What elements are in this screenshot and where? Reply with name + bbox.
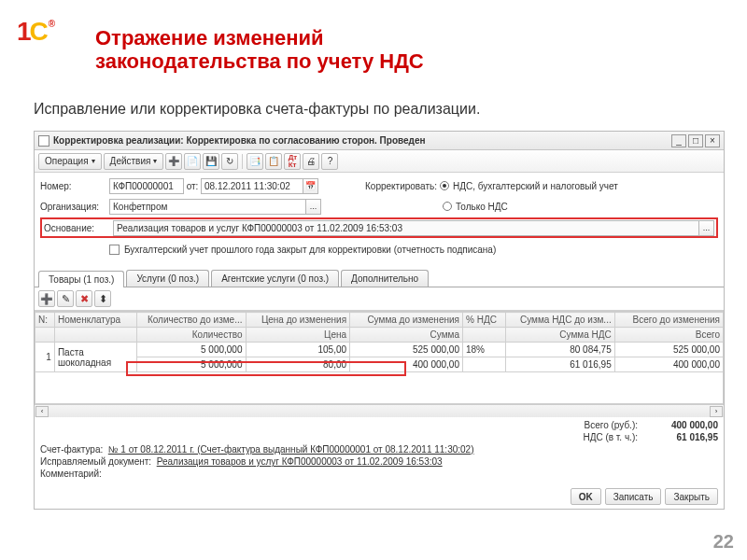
grid-toolbar: ➕ ✎ ✖ ⬍ [35,287,724,311]
save-icon[interactable]: 💾 [203,153,219,170]
col-price-before[interactable]: Цена до изменения [246,313,350,328]
col-qty-before[interactable]: Количество до изме... [137,313,246,328]
goods-grid: N: Номенклатура Количество до изме... Це… [35,311,724,417]
tabs: Товары (1 поз.) Услуги (0 поз.) Агентски… [35,270,724,287]
label-org: Организация: [40,202,109,212]
label-comment: Комментарий: [40,469,102,479]
label-correct: Корректировать: [365,181,440,191]
scroll-left-icon[interactable]: ‹ [35,406,49,417]
maximize-button[interactable]: □ [688,134,703,147]
operation-menu[interactable]: Операция▾ [38,153,102,170]
minimize-button[interactable]: _ [671,134,686,147]
col-vatsum-before[interactable]: Сумма НДС до изм... [506,313,614,328]
cell-sum-b[interactable]: 525 000,00 [350,343,463,357]
bottom-buttons: OK Записать Закрыть [571,488,718,505]
label-from: от: [184,181,201,191]
page-title-line1: Отражение изменений [95,26,424,49]
radio-full-correction[interactable]: НДС, бухгалтерский и налоговый учет [440,181,618,191]
tab-additional[interactable]: Дополнительно [341,270,429,287]
print-icon[interactable]: 🖨 [303,153,319,170]
cell-nomen[interactable]: Паста шоколадная [54,343,136,372]
link-corrected-doc[interactable]: Реализация товаров и услуг КФП00000003 о… [157,456,443,467]
cell-price-b[interactable]: 105,00 [246,343,350,357]
number-field[interactable]: КФП00000001 [109,178,184,194]
label-total: Всего (руб.): [584,420,638,430]
titlebar: Корректировка реализации: Корректировка … [35,132,724,150]
scroll-right-icon[interactable]: › [710,406,723,417]
closed-year-label: Бухгалтерский учет прошлого года закрыт … [124,245,496,255]
col-vatsum[interactable]: Сумма НДС [506,328,614,343]
dtkt-icon[interactable]: ДтКт [284,153,301,170]
refresh-icon[interactable]: ↻ [221,153,238,170]
cell-vat[interactable]: 18% [462,343,505,357]
link-sf[interactable]: № 1 от 08.12.2011 г. (Счет-фактура выдан… [108,444,474,455]
main-toolbar: Операция▾ Действия▾ ➕ 📄 💾 ↻ 📑 📋 ДтКт 🖨 ? [35,150,724,173]
close-button[interactable]: × [705,134,720,147]
help-icon[interactable]: ? [321,153,338,170]
date-picker-button[interactable]: 📅 [303,178,318,194]
col-sum[interactable]: Сумма [350,328,463,343]
page-subtitle: Исправление или корректировка счета-факт… [34,101,480,118]
page-title-line2: законодательства по учету НДС [95,49,424,73]
post-icon[interactable]: 📄 [184,153,201,170]
app-window: Корректировка реализации: Корректировка … [34,131,725,510]
add-row-icon[interactable]: ➕ [38,290,55,307]
col-total-before[interactable]: Всего до изменения [614,313,723,328]
label-basis: Основание: [44,223,113,233]
tab-services[interactable]: Услуги (0 поз.) [126,270,209,287]
org-select-button[interactable]: ... [306,199,321,215]
col-price[interactable]: Цена [246,328,350,343]
save-button[interactable]: Записать [605,488,662,505]
tab-agent[interactable]: Агентские услуги (0 поз.) [211,270,339,287]
col-sum-before[interactable]: Сумма до изменения [350,313,463,328]
value-total: 400 000,00 [643,420,718,430]
table-row[interactable]: 5 000,000 80,00 400 000,00 61 016,95 400… [35,357,724,372]
col-vat[interactable]: % НДС [462,313,505,328]
footer: Всего (руб.):400 000,00 НДС (в т. ч.):61… [35,417,724,482]
cell-price[interactable]: 80,00 [246,357,350,372]
cell-sum[interactable]: 400 000,00 [350,357,463,372]
cell-qty[interactable]: 5 000,000 [137,357,246,372]
logo-1c: 1C® [17,17,62,62]
delete-row-icon[interactable]: ✖ [76,290,92,307]
ok-button[interactable]: OK [571,488,601,505]
close-form-button[interactable]: Закрыть [665,488,718,505]
col-nomen[interactable]: Номенклатура [54,313,136,328]
closed-year-checkbox[interactable] [109,245,120,255]
label-corrected-doc: Исправляемый документ: [40,456,151,467]
table-row[interactable]: 1 Паста шоколадная 5 000,000 105,00 525 … [35,343,724,357]
cell-vatsum[interactable]: 61 016,95 [506,357,614,372]
label-vat-incl: НДС (в т. ч.): [583,432,638,442]
fill-icon[interactable]: ⬍ [94,290,111,307]
window-title: Корректировка реализации: Корректировка … [53,135,426,146]
date-field[interactable]: 08.12.2011 11:30:02 [201,178,303,194]
tab-goods[interactable]: Товары (1 поз.) [38,271,124,287]
basis-icon[interactable]: 📋 [265,153,282,170]
col-n[interactable]: N: [35,313,55,328]
basis-field[interactable]: Реализация товаров и услуг КФП00000003 о… [113,220,699,236]
form-area: Номер: КФП00000001 от: 08.12.2011 11:30:… [35,173,724,264]
cell-qty-b[interactable]: 5 000,000 [137,343,246,357]
page-number: 22 [713,531,734,553]
edit-row-icon[interactable]: ✎ [57,290,74,307]
actions-menu[interactable]: Действия▾ [104,153,164,170]
value-vat-incl: 61 016,95 [643,432,718,442]
col-qty[interactable]: Количество [137,328,246,343]
cell-total-b[interactable]: 525 000,00 [614,343,723,357]
add-icon[interactable]: ➕ [165,153,182,170]
col-total[interactable]: Всего [614,328,723,343]
document-icon [38,135,49,147]
label-number: Номер: [40,181,109,191]
cell-total[interactable]: 400 000,00 [614,357,723,372]
post-green-icon[interactable]: 📑 [247,153,263,170]
horizontal-scrollbar[interactable]: ‹ › [35,404,724,417]
cell-vatsum-b[interactable]: 80 084,75 [506,343,614,357]
label-sf: Счет-фактура: [40,444,103,455]
page-title: Отражение изменений законодательства по … [95,26,424,74]
cell-n[interactable]: 1 [35,343,55,372]
radio-only-vat[interactable]: Только НДС [443,202,508,212]
org-field[interactable]: Конфетпром [109,199,306,215]
basis-select-button[interactable]: ... [699,220,714,236]
